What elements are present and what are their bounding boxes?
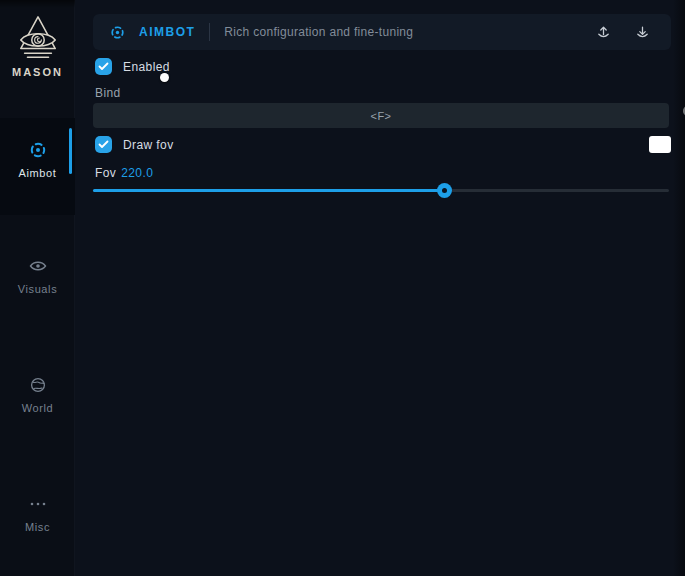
active-tab-indicator bbox=[69, 128, 72, 174]
sidebar-item-label: World bbox=[22, 402, 54, 414]
fov-slider-thumb[interactable] bbox=[437, 183, 452, 198]
download-config-button[interactable] bbox=[630, 20, 655, 45]
window-top-shade bbox=[0, 0, 75, 8]
crosshair-icon bbox=[28, 140, 48, 160]
globe-icon bbox=[30, 375, 46, 395]
fov-color-swatch[interactable] bbox=[649, 136, 671, 153]
page-subtitle: Rich configuration and fine-tuning bbox=[224, 25, 413, 39]
fov-value: 220.0 bbox=[121, 166, 153, 180]
ellipsis-icon bbox=[29, 494, 47, 514]
draw-fov-row: Draw fov bbox=[95, 136, 174, 153]
bind-key-value: <F> bbox=[370, 110, 391, 122]
header-divider bbox=[209, 23, 210, 41]
bind-label: Bind bbox=[95, 86, 121, 100]
page-title: AIMBOT bbox=[139, 25, 195, 39]
mouse-cursor-dot bbox=[160, 73, 169, 82]
main-panel: AIMBOT Rich configuration and fine-tunin… bbox=[76, 0, 685, 576]
fov-label: Fov bbox=[95, 166, 116, 180]
sidebar-item-label: Aimbot bbox=[19, 167, 57, 179]
enabled-checkbox[interactable] bbox=[95, 58, 112, 75]
bind-key-field[interactable]: <F> bbox=[93, 103, 669, 128]
page-header: AIMBOT Rich configuration and fine-tunin… bbox=[93, 14, 671, 50]
sidebar-item-visuals[interactable]: Visuals bbox=[0, 256, 75, 295]
sidebar-item-world[interactable]: World bbox=[0, 375, 75, 414]
upload-config-button[interactable] bbox=[591, 20, 616, 45]
brand-name: MASON bbox=[12, 66, 63, 78]
sidebar-item-aimbot[interactable]: Aimbot bbox=[0, 118, 75, 215]
fov-slider[interactable] bbox=[93, 183, 669, 198]
enabled-row: Enabled bbox=[95, 58, 170, 75]
upload-icon bbox=[595, 24, 612, 41]
crosshair-icon bbox=[109, 24, 126, 41]
sidebar-item-label: Misc bbox=[25, 521, 50, 533]
mason-app-window: MASON Aimbot Visuals bbox=[0, 0, 685, 576]
sidebar: MASON Aimbot Visuals bbox=[0, 0, 75, 576]
draw-fov-checkbox[interactable] bbox=[95, 136, 112, 153]
draw-fov-label: Draw fov bbox=[123, 138, 174, 152]
enabled-label: Enabled bbox=[123, 60, 170, 74]
eye-icon bbox=[29, 256, 47, 276]
fov-value-row: Fov220.0 bbox=[95, 166, 153, 180]
download-icon bbox=[634, 24, 651, 41]
brand-logo: MASON bbox=[0, 14, 75, 78]
eye-pyramid-logo-icon bbox=[15, 14, 61, 62]
fov-slider-fill bbox=[93, 189, 444, 192]
sidebar-item-label: Visuals bbox=[18, 283, 57, 295]
sidebar-item-misc[interactable]: Misc bbox=[0, 494, 75, 533]
